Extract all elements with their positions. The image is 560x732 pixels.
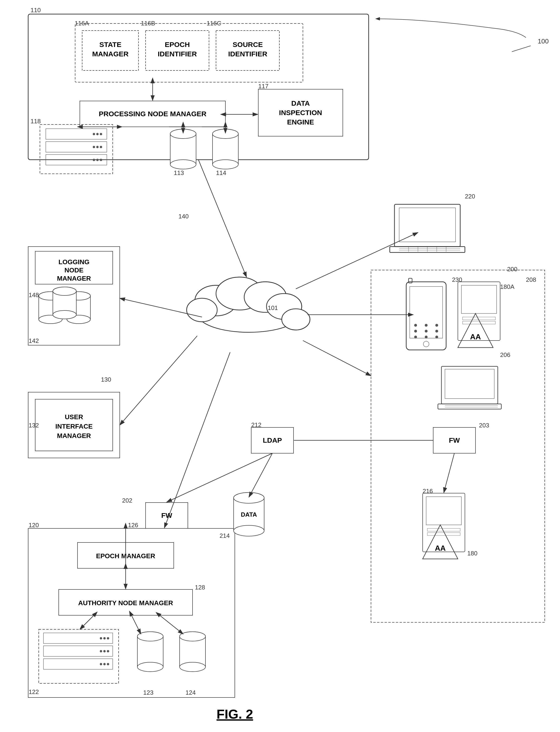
svg-point-75 bbox=[53, 287, 76, 295]
svg-text:142: 142 bbox=[29, 337, 39, 344]
svg-point-88 bbox=[107, 637, 109, 639]
svg-marker-159 bbox=[423, 525, 458, 559]
svg-line-167 bbox=[296, 232, 418, 289]
svg-point-93 bbox=[103, 650, 106, 652]
svg-point-21 bbox=[93, 133, 95, 135]
svg-line-177 bbox=[512, 46, 531, 52]
svg-text:123: 123 bbox=[143, 689, 153, 696]
svg-point-89 bbox=[103, 637, 106, 639]
svg-point-102 bbox=[137, 632, 163, 641]
svg-rect-122 bbox=[406, 282, 446, 350]
svg-text:128: 128 bbox=[195, 584, 205, 591]
svg-point-131 bbox=[435, 330, 438, 333]
svg-line-174 bbox=[444, 453, 454, 493]
svg-rect-17 bbox=[40, 124, 113, 174]
svg-text:INSPECTION: INSPECTION bbox=[279, 109, 322, 116]
svg-point-19 bbox=[100, 133, 102, 135]
svg-text:118: 118 bbox=[31, 118, 41, 125]
svg-text:LOGGING: LOGGING bbox=[58, 258, 89, 266]
svg-point-36 bbox=[212, 160, 238, 169]
svg-text:MANAGER: MANAGER bbox=[57, 275, 91, 282]
svg-text:STATE: STATE bbox=[99, 41, 121, 48]
svg-text:116A: 116A bbox=[75, 20, 89, 27]
svg-point-106 bbox=[180, 632, 205, 641]
svg-text:208: 208 bbox=[526, 276, 536, 283]
svg-rect-113 bbox=[399, 208, 456, 242]
svg-text:216: 216 bbox=[423, 488, 433, 495]
svg-point-23 bbox=[100, 146, 102, 148]
svg-point-94 bbox=[100, 650, 102, 652]
svg-text:202: 202 bbox=[122, 497, 132, 504]
svg-text:180A: 180A bbox=[500, 283, 514, 290]
svg-text:ENGINE: ENGINE bbox=[287, 118, 314, 126]
svg-point-126 bbox=[414, 324, 417, 327]
svg-text:117: 117 bbox=[258, 83, 268, 90]
svg-text:212: 212 bbox=[251, 421, 261, 428]
svg-text:EPOCH: EPOCH bbox=[165, 41, 190, 48]
svg-text:206: 206 bbox=[500, 351, 510, 358]
svg-point-96 bbox=[107, 663, 109, 665]
svg-rect-139 bbox=[463, 317, 495, 320]
svg-text:FW: FW bbox=[161, 511, 172, 519]
diagram-container: STATE MANAGER EPOCH IDENTIFIER SOURCE ID… bbox=[0, 0, 560, 732]
svg-point-29 bbox=[93, 159, 95, 161]
svg-point-124 bbox=[423, 341, 429, 347]
svg-text:148: 148 bbox=[29, 291, 39, 298]
svg-point-97 bbox=[103, 663, 106, 665]
svg-text:122: 122 bbox=[29, 688, 39, 695]
svg-line-165 bbox=[120, 336, 197, 425]
svg-text:MANAGER: MANAGER bbox=[92, 50, 129, 58]
svg-line-166 bbox=[164, 352, 230, 528]
svg-text:110: 110 bbox=[31, 7, 41, 14]
svg-point-128 bbox=[435, 324, 438, 327]
svg-rect-158 bbox=[426, 497, 461, 525]
svg-point-101 bbox=[137, 662, 163, 672]
svg-point-32 bbox=[170, 160, 196, 169]
svg-point-25 bbox=[93, 146, 95, 148]
svg-text:DATA: DATA bbox=[291, 99, 310, 107]
svg-text:USER: USER bbox=[65, 413, 83, 421]
svg-line-172 bbox=[249, 453, 272, 497]
svg-text:101: 101 bbox=[268, 304, 278, 311]
svg-rect-162 bbox=[427, 533, 460, 535]
svg-text:130: 130 bbox=[101, 376, 111, 383]
svg-text:220: 220 bbox=[465, 193, 475, 200]
svg-rect-142 bbox=[445, 369, 494, 399]
svg-text:INTERFACE: INTERFACE bbox=[55, 423, 93, 430]
svg-text:203: 203 bbox=[479, 422, 489, 429]
svg-rect-157 bbox=[423, 493, 465, 552]
svg-line-163 bbox=[198, 160, 247, 277]
svg-text:120: 120 bbox=[29, 522, 39, 529]
svg-point-132 bbox=[414, 336, 417, 338]
svg-rect-125 bbox=[409, 278, 412, 283]
svg-text:114: 114 bbox=[216, 169, 226, 176]
svg-point-90 bbox=[100, 637, 102, 639]
svg-point-57 bbox=[187, 298, 217, 322]
svg-point-133 bbox=[425, 336, 428, 338]
svg-point-154 bbox=[234, 525, 264, 536]
svg-rect-135 bbox=[458, 282, 500, 341]
svg-point-74 bbox=[53, 310, 76, 319]
svg-point-28 bbox=[96, 159, 99, 161]
svg-rect-140 bbox=[463, 321, 495, 324]
svg-rect-161 bbox=[427, 528, 460, 531]
svg-rect-112 bbox=[394, 204, 460, 247]
svg-text:AUTHORITY NODE MANAGER: AUTHORITY NODE MANAGER bbox=[78, 599, 173, 607]
svg-marker-137 bbox=[458, 314, 493, 348]
svg-text:LDAP: LDAP bbox=[263, 436, 282, 444]
svg-text:IDENTIFIER: IDENTIFIER bbox=[158, 50, 197, 58]
svg-text:113: 113 bbox=[174, 169, 184, 176]
svg-point-27 bbox=[100, 159, 102, 161]
svg-point-20 bbox=[96, 133, 99, 135]
svg-text:AA: AA bbox=[470, 333, 481, 341]
svg-text:200: 200 bbox=[507, 266, 517, 273]
svg-text:140: 140 bbox=[178, 213, 189, 220]
svg-text:MANAGER: MANAGER bbox=[57, 432, 91, 439]
svg-text:116C: 116C bbox=[207, 20, 221, 27]
svg-rect-136 bbox=[461, 285, 497, 314]
svg-text:126: 126 bbox=[128, 522, 138, 529]
svg-point-130 bbox=[425, 330, 428, 333]
svg-text:116B: 116B bbox=[141, 20, 155, 27]
svg-line-169 bbox=[303, 341, 371, 376]
svg-point-105 bbox=[180, 662, 205, 672]
